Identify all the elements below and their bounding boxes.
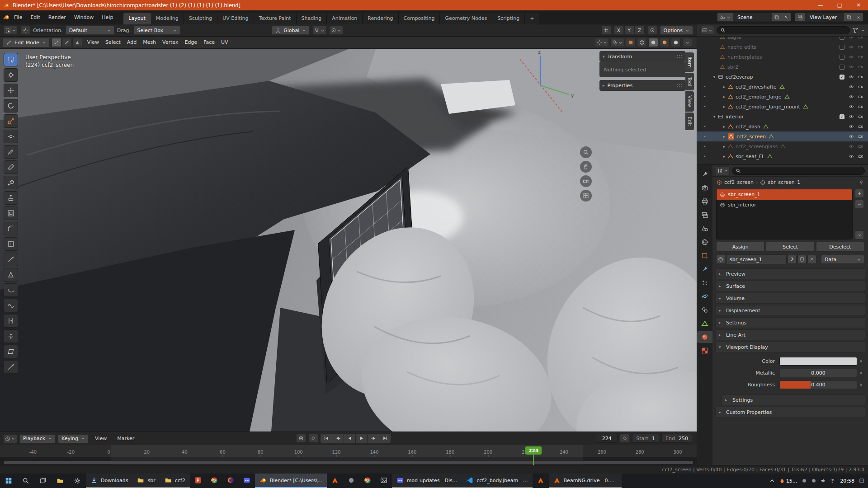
clock[interactable]: 20:58 <box>840 478 854 484</box>
taskbar-app-chrome[interactable] <box>206 474 222 488</box>
options-dropdown[interactable]: Options <box>660 26 693 35</box>
outliner-row-nacho-edits[interactable]: nacho edits <box>697 42 868 52</box>
play-reverse-button[interactable] <box>344 434 355 443</box>
animate-dot[interactable] <box>857 360 864 362</box>
link-mode-dropdown[interactable]: Data <box>821 255 864 264</box>
tool-measure[interactable] <box>4 160 18 174</box>
viewport-menu-vertex[interactable]: Vertex <box>159 37 181 48</box>
keying-set-button[interactable] <box>308 434 318 443</box>
camera-icon[interactable] <box>858 64 863 70</box>
select-button[interactable]: Select <box>766 242 814 252</box>
eye-icon[interactable] <box>849 84 854 89</box>
panel-custom-properties[interactable]: ▸Custom Properties <box>715 407 865 418</box>
properties-tab-object[interactable] <box>698 250 712 262</box>
outliner-row[interactable]: •▸ <box>697 161 868 164</box>
mode-vertex-select-button[interactable] <box>52 38 61 47</box>
camera-icon[interactable] <box>858 154 863 159</box>
outliner-row-sbr2[interactable]: sbr2 <box>697 62 868 72</box>
remove-slot-button[interactable] <box>855 200 864 209</box>
camera-icon[interactable] <box>858 37 863 40</box>
deselect-button[interactable]: Deselect <box>816 242 864 252</box>
n-panel-tab-tool[interactable]: Tool <box>685 73 694 90</box>
timeline-editor-type-button[interactable] <box>3 434 17 443</box>
properties-tab-particles[interactable] <box>698 277 712 289</box>
orientation-dropdown[interactable]: Default <box>66 26 114 35</box>
camera-icon[interactable] <box>858 104 863 109</box>
outliner-search-input[interactable] <box>717 26 850 34</box>
material-name-field[interactable]: sbr_screen_1 <box>726 254 787 264</box>
checkbox-icon[interactable] <box>840 55 844 60</box>
taskbar-app-ccf2-folder[interactable]: ccf2 <box>160 474 190 488</box>
assign-button[interactable]: Assign <box>716 242 764 252</box>
properties-panel-header[interactable]: ▸Properties <box>599 80 685 91</box>
checkbox-icon[interactable] <box>840 45 844 50</box>
viewport-menu-uv[interactable]: UV <box>218 37 231 48</box>
outliner-row-ccf2-dash[interactable]: •▸ccf2_dash <box>697 122 868 131</box>
workspace-add-button[interactable]: + <box>525 13 539 24</box>
outliner-row-sagte[interactable]: sagte <box>697 37 868 42</box>
taskbar-app-powerpoint[interactable]: P <box>190 474 206 488</box>
workspace-tab-sculpting[interactable]: Sculpting <box>184 13 217 24</box>
keyframe-jump-button[interactable] <box>620 434 630 443</box>
menu-file[interactable]: File <box>10 11 26 24</box>
tool-shrink-fatten[interactable] <box>4 329 18 343</box>
drag-dropdown[interactable]: Select Box <box>133 26 180 35</box>
pin-icon[interactable] <box>859 180 864 185</box>
timeline-tracks[interactable] <box>0 457 697 465</box>
n-panel-tab-item[interactable]: Item <box>685 52 694 72</box>
breadcrumb-material[interactable]: sbr_screen_1 <box>768 179 800 185</box>
taskbar-app-chrome-2[interactable] <box>359 474 376 488</box>
taskbar-app-photos[interactable] <box>376 474 392 488</box>
shading-rendered-button[interactable] <box>671 38 681 47</box>
properties-tab-scene[interactable] <box>698 223 712 235</box>
panel-volume[interactable]: ▸Volume <box>715 293 865 304</box>
taskbar-settings-button[interactable] <box>69 474 86 488</box>
eye-icon[interactable] <box>849 104 854 109</box>
tool-options-button[interactable] <box>20 26 30 35</box>
view-layer-name[interactable]: View Layer <box>805 13 844 21</box>
panel-settings[interactable]: ▸Settings <box>722 394 865 405</box>
notification-icon[interactable] <box>859 478 864 483</box>
panel-surface[interactable]: ▸Surface <box>715 281 865 291</box>
tool-loop-cut[interactable] <box>4 237 18 251</box>
camera-icon[interactable] <box>858 94 863 99</box>
taskbar-file-explorer-button[interactable] <box>52 474 69 488</box>
tool-annotate[interactable] <box>4 145 18 159</box>
eye-icon[interactable] <box>849 44 854 50</box>
properties-tab-physics[interactable] <box>698 291 712 302</box>
transform-panel-header[interactable]: ▾Transform <box>599 51 685 62</box>
roughness-slider[interactable]: 0.400 <box>779 380 857 389</box>
menu-window[interactable]: Window <box>70 11 98 24</box>
camera-icon[interactable] <box>858 44 863 50</box>
breadcrumb-object[interactable]: ccf2_screen <box>724 179 754 185</box>
eye-icon[interactable] <box>849 154 854 159</box>
keying-dropdown[interactable]: Keying <box>58 434 89 443</box>
axis-toggle-x[interactable]: X <box>614 26 624 35</box>
eye-icon[interactable] <box>849 144 854 149</box>
close-button[interactable]: ✕ <box>849 0 868 10</box>
eye-icon[interactable] <box>849 124 854 129</box>
properties-tab-modifiers[interactable] <box>698 263 712 275</box>
mode-face-select-button[interactable] <box>72 38 82 47</box>
viewport-menu-view[interactable]: View <box>84 37 102 48</box>
scene-browse-button[interactable] <box>717 13 733 21</box>
workspace-tab-scripting[interactable]: Scripting <box>492 13 525 24</box>
eye-icon[interactable] <box>849 94 854 99</box>
tool-knife[interactable] <box>4 253 18 266</box>
workspace-tab-modeling[interactable]: Modeling <box>151 13 184 24</box>
properties-tab-tool[interactable] <box>698 169 712 180</box>
timeline-ruler[interactable]: -40-200204060801001201401601802002202402… <box>0 445 697 457</box>
checkbox-icon[interactable] <box>840 65 844 70</box>
panel-preview[interactable]: ▸Preview <box>715 268 865 279</box>
panel-viewport-display[interactable]: ▾Viewport Display <box>715 342 865 352</box>
tool-extrude-region[interactable] <box>4 191 18 205</box>
material-users-button[interactable]: 2 <box>788 255 797 264</box>
outliner-row-interior[interactable]: ▾interior✓ <box>697 112 868 122</box>
tool-select-box[interactable] <box>4 53 18 66</box>
taskbar-app-vscode[interactable]: ccf2_body.jbeam - ... <box>462 474 532 488</box>
perspective-toggle-button[interactable] <box>580 190 592 202</box>
chevron-down-icon[interactable] <box>861 28 865 33</box>
viewport-canvas[interactable] <box>0 37 697 432</box>
taskbar-app-downloads[interactable]: Downloads <box>86 474 132 488</box>
tool-poly-build[interactable] <box>4 268 18 282</box>
